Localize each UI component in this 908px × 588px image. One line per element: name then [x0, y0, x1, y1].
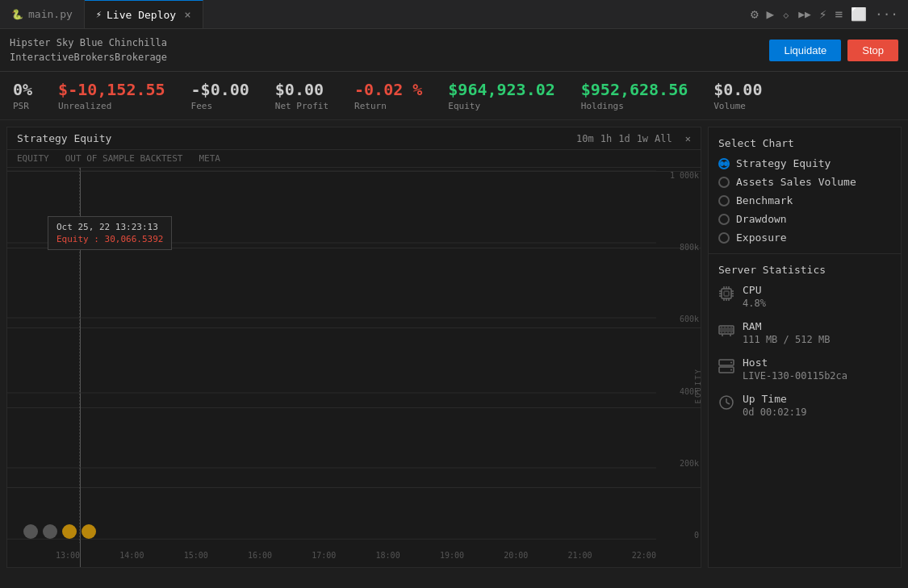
- svg-point-31: [730, 369, 732, 371]
- chart-tabs: EQUITY OUT OF SAMPLE BACKTEST META: [7, 150, 701, 168]
- chart-option-label-2: Assets Sales Volume: [736, 176, 856, 188]
- cpu-icon: [718, 286, 734, 305]
- svg-rect-24: [727, 327, 729, 332]
- x-label-1700: 17:00: [312, 551, 336, 560]
- algo-brokerage: InteractiveBrokersBrokerage: [10, 50, 167, 65]
- stat-unrealized-value: $-10,152.55: [58, 80, 165, 99]
- ram-label: RAM: [743, 320, 830, 332]
- chart-timeframes: 10m 1h 1d 1w All ✕: [576, 133, 691, 144]
- lightning-icon[interactable]: ⚡: [819, 6, 827, 22]
- run-all-icon[interactable]: ▶▶: [798, 8, 811, 20]
- tab-main-label: main.py: [28, 8, 73, 20]
- x-label-1300: 13:00: [56, 551, 80, 560]
- y-label-2: 800k: [662, 243, 699, 252]
- x-label-2000: 20:00: [504, 551, 528, 560]
- chart-option-assets-volume[interactable]: Assets Sales Volume: [718, 176, 891, 188]
- stat-unrealized: $-10,152.55 Unrealized: [58, 80, 165, 111]
- host-label: Host: [743, 357, 847, 369]
- svg-line-34: [726, 402, 730, 404]
- svg-rect-22: [721, 327, 722, 332]
- cpu-content: CPU 4.8%: [743, 284, 766, 309]
- svg-rect-7: [722, 289, 731, 298]
- chart-tab-equity[interactable]: EQUITY: [17, 153, 49, 164]
- uptime-value: 0d 00:02:19: [743, 407, 806, 418]
- settings-icon[interactable]: ⚙: [751, 6, 759, 22]
- stat-volume: $0.00 Volume: [713, 80, 762, 111]
- chart-panel: Strategy Equity 10m 1h 1d 1w All ✕ EQUIT…: [6, 127, 701, 568]
- cpu-label: CPU: [743, 284, 766, 296]
- svg-point-30: [730, 362, 732, 364]
- tab-live-deploy-label: Live Deploy: [107, 9, 176, 21]
- y-label-6: 0: [662, 531, 699, 540]
- x-label-1600: 16:00: [248, 551, 272, 560]
- stat-psr-value: 0%: [13, 80, 32, 99]
- stat-holdings: $952,628.56 Holdings: [581, 80, 688, 111]
- tab-close-button[interactable]: ×: [184, 8, 190, 21]
- chart-option-benchmark[interactable]: Benchmark: [718, 194, 891, 206]
- tf-1w[interactable]: 1w: [637, 133, 648, 144]
- stat-host: Host LIVE-130-00115b2ca: [718, 357, 891, 382]
- ram-value: 111 MB / 512 MB: [743, 334, 830, 345]
- stack-icon[interactable]: ≡: [835, 6, 843, 22]
- stat-unrealized-label: Unrealized: [58, 101, 165, 111]
- stat-psr: 0% PSR: [13, 80, 32, 111]
- tf-1h[interactable]: 1h: [600, 133, 612, 144]
- debug-icon[interactable]: ⬦: [782, 6, 790, 22]
- chart-svg: [7, 168, 656, 543]
- tab-bar: 🐍 main.py ⚡ Live Deploy × ⚙ ▶ ⬦ ▶▶ ⚡ ≡ ⬜…: [0, 0, 908, 29]
- chart-tab-oos[interactable]: OUT OF SAMPLE BACKTEST: [65, 153, 183, 164]
- chart-option-drawdown[interactable]: Drawdown: [718, 213, 891, 225]
- clock-icon: [718, 394, 734, 414]
- chart-svg-container: [7, 168, 656, 543]
- stat-net-profit: $0.00 Net Profit: [275, 80, 328, 111]
- equity-side-label: EQUITY: [694, 368, 701, 404]
- svg-rect-23: [724, 327, 726, 332]
- tab-actions: ⚙ ▶ ⬦ ▶▶ ⚡ ≡ ⬜ ···: [741, 6, 908, 22]
- x-label-2200: 22:00: [632, 551, 656, 560]
- stat-net-profit-label: Net Profit: [275, 101, 328, 111]
- split-icon[interactable]: ⬜: [851, 6, 867, 22]
- stat-uptime: Up Time 0d 00:02:19: [718, 393, 891, 418]
- stat-net-profit-value: $0.00: [275, 80, 328, 99]
- chart-close-button[interactable]: ✕: [685, 133, 691, 144]
- chart-options: Strategy Equity Assets Sales Volume Benc…: [718, 157, 891, 244]
- radio-strategy-equity: [718, 158, 730, 169]
- x-axis: 13:00 14:00 15:00 16:00 17:00 18:00 19:0…: [56, 543, 656, 567]
- radio-exposure: [718, 232, 730, 244]
- host-content: Host LIVE-130-00115b2ca: [743, 357, 847, 382]
- radio-benchmark: [718, 195, 730, 206]
- liquidate-button[interactable]: Liquidate: [769, 40, 841, 61]
- chart-option-label-3: Benchmark: [736, 194, 793, 206]
- stop-button[interactable]: Stop: [847, 40, 898, 61]
- algo-name: Hipster Sky Blue Chinchilla: [10, 35, 167, 50]
- legend-dot-4: [82, 524, 96, 539]
- chart-body: Oct 25, 22 13:23:13 Equity : 30,066.5392: [7, 168, 701, 567]
- x-label-1800: 18:00: [376, 551, 400, 560]
- algo-info: Hipster Sky Blue Chinchilla InteractiveB…: [10, 35, 167, 65]
- stat-psr-label: PSR: [13, 101, 32, 111]
- live-deploy-icon: ⚡: [96, 9, 102, 20]
- uptime-label: Up Time: [743, 393, 806, 405]
- tab-live-deploy[interactable]: ⚡ Live Deploy ×: [85, 0, 203, 28]
- tab-main[interactable]: 🐍 main.py: [0, 0, 85, 28]
- tf-10m[interactable]: 10m: [576, 133, 594, 144]
- chart-tab-meta[interactable]: META: [199, 153, 220, 164]
- more-icon[interactable]: ···: [875, 6, 898, 22]
- select-chart-title: Select Chart: [718, 137, 891, 149]
- run-icon[interactable]: ▶: [767, 6, 775, 22]
- host-value: LIVE-130-00115b2ca: [743, 370, 847, 382]
- chart-option-exposure[interactable]: Exposure: [718, 231, 891, 244]
- x-label-1400: 14:00: [119, 551, 144, 560]
- ram-icon: [718, 322, 734, 341]
- right-panel: Select Chart Strategy Equity Assets Sale…: [708, 127, 902, 568]
- radio-drawdown: [718, 214, 730, 225]
- y-axis: 1 000k 800k 600k 400k 200k 0: [660, 168, 701, 543]
- tf-1d[interactable]: 1d: [618, 133, 630, 144]
- legend-dot-1: [23, 524, 38, 539]
- radio-assets-volume: [718, 177, 730, 188]
- x-label-1500: 15:00: [184, 551, 208, 560]
- y-label-5: 200k: [662, 459, 699, 468]
- svg-rect-8: [724, 291, 729, 296]
- tf-all[interactable]: All: [655, 133, 672, 144]
- chart-option-strategy-equity[interactable]: Strategy Equity: [718, 157, 891, 169]
